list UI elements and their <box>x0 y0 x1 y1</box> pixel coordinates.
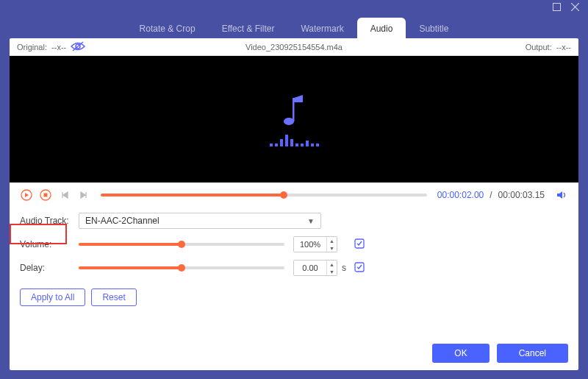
audio-track-select[interactable]: EN-AAC-2Channel ▼ <box>79 213 321 229</box>
volume-icon[interactable] <box>555 188 568 202</box>
apply-to-all-button[interactable]: Apply to All <box>20 288 85 306</box>
time-separator: / <box>490 190 492 200</box>
delay-value: 0.00 <box>294 263 326 272</box>
volume-reset-icon[interactable] <box>354 238 365 252</box>
tab-watermark[interactable]: Watermark <box>287 18 356 38</box>
delay-label: Delay: <box>20 263 79 273</box>
svg-rect-0 <box>553 4 561 11</box>
main-panel: Original: --x-- Video_230925154554.m4a O… <box>10 38 578 370</box>
volume-up-icon[interactable]: ▲ <box>327 237 337 244</box>
delay-reset-icon[interactable] <box>354 261 365 275</box>
reset-button[interactable]: Reset <box>91 288 136 306</box>
music-note-icon <box>279 92 309 127</box>
equalizer-icon <box>270 135 319 146</box>
delay-down-icon[interactable]: ▼ <box>327 268 337 275</box>
delay-input[interactable]: 0.00 ▲▼ <box>293 260 337 276</box>
file-bar: Original: --x-- Video_230925154554.m4a O… <box>10 38 578 56</box>
chevron-down-icon: ▼ <box>307 217 315 225</box>
time-duration: 00:00:03.15 <box>498 190 545 200</box>
prev-frame-button[interactable] <box>58 188 71 202</box>
svg-point-5 <box>284 118 294 125</box>
maximize-icon[interactable] <box>553 1 561 14</box>
volume-label: Volume: <box>20 239 79 249</box>
next-frame-button[interactable] <box>77 188 90 202</box>
preview-toggle-icon[interactable] <box>71 41 85 53</box>
delay-slider[interactable] <box>79 266 284 269</box>
time-current: 00:00:02.00 <box>437 190 484 200</box>
output-label: Output: --x-- <box>526 43 571 52</box>
original-label: Original: --x-- <box>17 43 66 52</box>
tab-audio[interactable]: Audio <box>357 18 406 38</box>
tab-rotate-crop[interactable]: Rotate & Crop <box>126 18 209 38</box>
close-icon[interactable] <box>571 1 579 14</box>
volume-input[interactable]: 100% ▲▼ <box>293 236 337 252</box>
filename: Video_230925154554.m4a <box>10 43 578 52</box>
play-button[interactable] <box>20 188 33 202</box>
audio-track-value: EN-AAC-2Channel <box>85 216 159 226</box>
stop-button[interactable] <box>39 188 52 202</box>
audio-track-label: Audio Track: <box>20 216 79 226</box>
tab-subtitle[interactable]: Subtitle <box>406 18 462 38</box>
ok-button[interactable]: OK <box>432 344 489 363</box>
volume-down-icon[interactable]: ▼ <box>327 244 337 252</box>
svg-rect-9 <box>44 194 48 197</box>
cancel-button[interactable]: Cancel <box>497 344 568 363</box>
tab-effect-filter[interactable]: Effect & Filter <box>209 18 288 38</box>
tab-bar: Rotate & Crop Effect & Filter Watermark … <box>0 15 588 38</box>
seek-slider[interactable] <box>101 194 427 196</box>
volume-slider[interactable] <box>79 243 284 246</box>
volume-value: 100% <box>294 240 326 249</box>
video-preview <box>10 56 578 183</box>
delay-up-icon[interactable]: ▲ <box>327 261 337 268</box>
delay-unit: s <box>342 263 349 273</box>
